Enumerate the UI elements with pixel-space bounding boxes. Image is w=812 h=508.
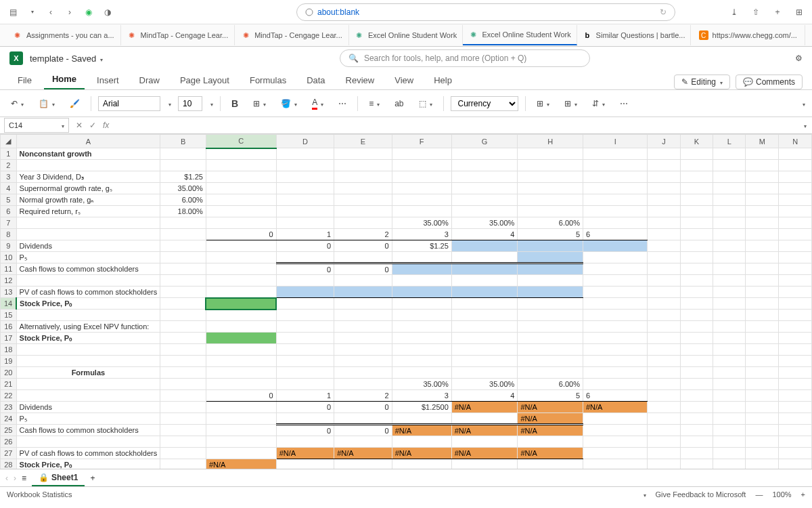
col-header[interactable]: C bbox=[206, 135, 276, 148]
ribbon-tab-insert[interactable]: Insert bbox=[89, 71, 127, 89]
font-size-input[interactable] bbox=[178, 96, 202, 111]
format-painter-button[interactable]: 🖌️ bbox=[66, 98, 84, 110]
wrap-text-button[interactable]: ab bbox=[390, 98, 407, 110]
ribbon-tab-draw[interactable]: Draw bbox=[131, 71, 168, 89]
sheet-next-icon[interactable]: › bbox=[14, 473, 16, 483]
ribbon-tab-view[interactable]: View bbox=[386, 71, 422, 89]
browser-tab[interactable]: bSimilar Questions | bartle... bbox=[577, 25, 692, 45]
download-icon[interactable]: ⤓ bbox=[728, 6, 740, 18]
number-format-select[interactable]: Currency bbox=[451, 96, 518, 111]
paste-button[interactable]: 📋 bbox=[35, 98, 59, 110]
back-icon[interactable]: ‹ bbox=[45, 6, 57, 18]
workbook-title[interactable]: template - Saved bbox=[30, 54, 103, 64]
col-header[interactable]: F bbox=[392, 135, 451, 148]
tell-me-search[interactable]: 🔍 Search for tools, help, and more (Opti… bbox=[340, 49, 590, 67]
size-dropdown-icon[interactable] bbox=[209, 99, 213, 108]
browser-toolbar: ▤ ‹ › ◉ ◑ about:blank ↻ ⤓ ⇧ + ⊞ bbox=[0, 0, 812, 24]
zoom-in-icon[interactable]: + bbox=[801, 490, 805, 499]
address-text: about:blank bbox=[317, 7, 359, 17]
browser-tab[interactable]: ✺MindTap - Cengage Lear... bbox=[235, 25, 349, 45]
cond-format-button[interactable]: ⊞ bbox=[533, 98, 554, 110]
bold-button[interactable]: B bbox=[227, 97, 242, 110]
forward-icon[interactable]: › bbox=[64, 6, 76, 18]
all-sheets-icon[interactable]: ≡ bbox=[22, 473, 26, 483]
workbook-stats-button[interactable]: Workbook Statistics bbox=[7, 490, 72, 499]
browser-tab[interactable]: ✺MindTap - Cengage Lear... bbox=[121, 25, 235, 45]
ribbon-tab-file[interactable]: File bbox=[9, 71, 40, 89]
format-table-button[interactable]: ⊞ bbox=[560, 98, 581, 110]
col-header[interactable]: J bbox=[648, 135, 680, 148]
add-sheet-icon[interactable]: + bbox=[90, 473, 95, 483]
zoom-level[interactable]: 100% bbox=[772, 490, 791, 499]
sheet-tab-bar: ‹ › ≡ 🔒Sheet1 + bbox=[0, 469, 812, 486]
new-tab-icon[interactable]: + bbox=[771, 6, 784, 18]
compass-icon bbox=[305, 8, 313, 16]
svg-point-0 bbox=[306, 9, 313, 16]
column-header-row[interactable]: ◢ A B C D E F G H I J K L M N bbox=[1, 135, 812, 148]
col-header[interactable]: I bbox=[583, 135, 648, 148]
lock-icon: 🔒 bbox=[39, 473, 49, 482]
browser-tab[interactable]: ✺Assignments - you can a... bbox=[7, 25, 121, 45]
col-header[interactable]: N bbox=[779, 135, 812, 148]
select-all-corner[interactable]: ◢ bbox=[1, 135, 17, 148]
font-color-button[interactable]: A bbox=[308, 96, 328, 111]
more-button[interactable]: ⋯ bbox=[616, 98, 632, 110]
formula-input[interactable] bbox=[116, 118, 797, 133]
borders-button[interactable]: ⊞ bbox=[249, 98, 270, 110]
grammarly-icon[interactable]: ◉ bbox=[83, 6, 95, 18]
ribbon-toolbar: ↶ 📋 🖌️ B ⊞ 🪣 A ⋯ ≡ ab ⬚ Currency ⊞ ⊞ ⇵ ⋯ bbox=[0, 90, 812, 117]
col-header[interactable]: E bbox=[334, 135, 392, 148]
tab-overview-icon[interactable]: ⊞ bbox=[793, 6, 805, 18]
spreadsheet-grid[interactable]: ◢ A B C D E F G H I J K L M N 1Nonconsta… bbox=[0, 134, 812, 469]
col-header[interactable]: M bbox=[746, 135, 779, 148]
align-button[interactable]: ≡ bbox=[365, 98, 384, 110]
gear-icon[interactable]: ⚙ bbox=[795, 54, 803, 63]
zoom-out-icon[interactable]: — bbox=[755, 490, 763, 499]
browser-tab[interactable]: ✺Excel Online Student Work bbox=[349, 25, 464, 45]
browser-tab[interactable]: Chttps://www.chegg.com/... bbox=[691, 25, 805, 45]
name-box[interactable]: C14 bbox=[4, 118, 69, 133]
ribbon-tab-data[interactable]: Data bbox=[298, 71, 333, 89]
col-header[interactable]: G bbox=[451, 135, 518, 148]
address-bar[interactable]: about:blank ↻ bbox=[296, 3, 675, 21]
collapse-ribbon-icon[interactable] bbox=[801, 99, 805, 108]
cancel-icon[interactable]: ✕ bbox=[76, 121, 83, 130]
sort-filter-button[interactable]: ⇵ bbox=[588, 98, 609, 110]
fill-color-button[interactable]: 🪣 bbox=[277, 98, 301, 110]
ribbon-tab-review[interactable]: Review bbox=[338, 71, 383, 89]
ribbon-tab-home[interactable]: Home bbox=[44, 70, 85, 89]
excel-logo-icon: X bbox=[9, 51, 23, 65]
selected-cell[interactable] bbox=[206, 298, 276, 310]
formula-bar: C14 ✕ ✓ fx bbox=[0, 117, 812, 134]
col-header[interactable]: K bbox=[680, 135, 713, 148]
reload-icon[interactable]: ↻ bbox=[660, 7, 667, 17]
col-header[interactable]: H bbox=[518, 135, 583, 148]
sheet-prev-icon[interactable]: ‹ bbox=[5, 473, 8, 483]
sidebar-toggle-icon[interactable]: ▤ bbox=[7, 6, 19, 18]
sheet-tab-active[interactable]: 🔒Sheet1 bbox=[32, 470, 85, 486]
shield-icon[interactable]: ◑ bbox=[102, 6, 114, 18]
expand-formula-icon[interactable] bbox=[797, 121, 812, 130]
feedback-link[interactable]: Give Feedback to Microsoft bbox=[656, 490, 746, 499]
col-header[interactable]: A bbox=[16, 135, 160, 148]
tabs-dropdown-icon[interactable] bbox=[26, 6, 38, 18]
comments-button[interactable]: 💬 Comments bbox=[736, 75, 803, 89]
fx-icon[interactable]: fx bbox=[103, 121, 109, 130]
undo-button[interactable]: ↶ bbox=[7, 98, 28, 110]
col-header[interactable]: B bbox=[160, 135, 206, 148]
browser-tab-active[interactable]: ✺Excel Online Student Work bbox=[463, 25, 577, 45]
font-dropdown-icon[interactable] bbox=[167, 99, 171, 108]
ribbon-tab-help[interactable]: Help bbox=[426, 71, 460, 89]
ribbon-tab-pagelayout[interactable]: Page Layout bbox=[172, 71, 238, 89]
col-header[interactable]: L bbox=[713, 135, 746, 148]
enter-icon[interactable]: ✓ bbox=[89, 121, 96, 130]
status-dropdown-icon[interactable] bbox=[642, 490, 646, 499]
merge-button[interactable]: ⬚ bbox=[415, 98, 436, 110]
editing-mode-button[interactable]: ✎ Editing bbox=[674, 75, 730, 89]
col-header[interactable]: D bbox=[276, 135, 334, 148]
font-family-input[interactable] bbox=[98, 96, 160, 111]
status-bar: Workbook Statistics Give Feedback to Mic… bbox=[0, 486, 812, 501]
ribbon-tab-formulas[interactable]: Formulas bbox=[242, 71, 294, 89]
share-icon[interactable]: ⇧ bbox=[750, 6, 762, 18]
more-font-button[interactable]: ⋯ bbox=[334, 98, 351, 110]
